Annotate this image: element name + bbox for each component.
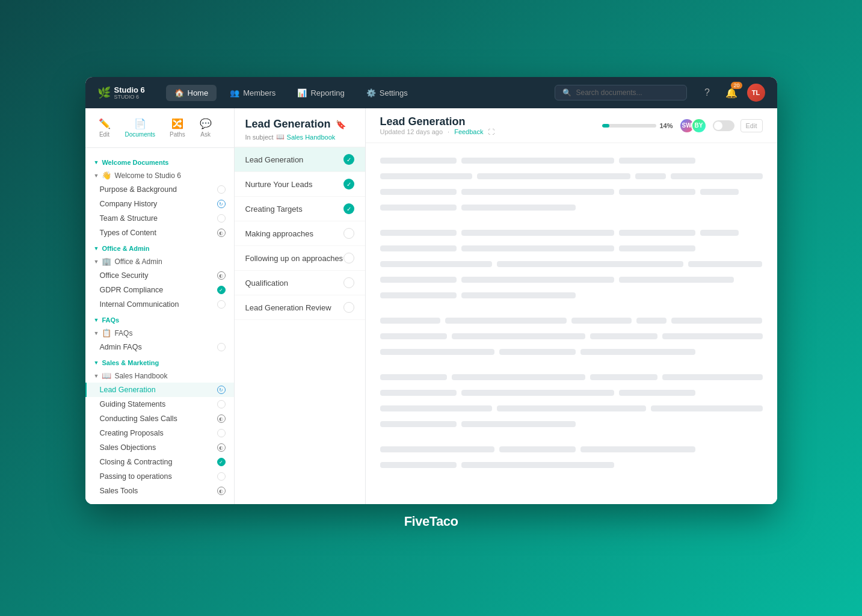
group-sales-handbook[interactable]: ▼ 📖 Sales Handbook <box>85 369 234 383</box>
path-item-making-approaches[interactable]: Making approaches <box>235 221 365 246</box>
page-header: Lead Generation 🔖 In subject 📖 Sales Han… <box>235 108 365 147</box>
skeleton-line <box>619 158 695 164</box>
sidebar-item-guiding[interactable]: Guiding Statements <box>85 397 234 411</box>
path-item-qualification[interactable]: Qualification <box>235 271 365 295</box>
help-button[interactable]: ? <box>699 84 716 101</box>
edit-button[interactable]: Edit <box>740 119 763 132</box>
updated-text: Updated 12 days ago <box>380 128 443 135</box>
nav-home[interactable]: 🏠 Home <box>166 85 217 101</box>
status-empty4-icon <box>217 343 226 351</box>
sidebar-item-purpose[interactable]: Purpose & Background <box>85 182 234 197</box>
skeleton-line <box>452 374 586 380</box>
sidebar-item-history[interactable]: Company History ↻ <box>85 197 234 211</box>
sidebar-content: ▼ Welcome Documents ▼ 👋 Welcome to Studi… <box>85 148 234 504</box>
sidebar-item-proposals[interactable]: Creating Proposals <box>85 426 234 440</box>
skeleton-line <box>461 230 614 236</box>
notifications-button[interactable]: 🔔 20 <box>723 84 740 101</box>
skeleton-line <box>461 205 576 211</box>
skeleton-line <box>671 318 762 324</box>
skeleton-line <box>619 245 695 251</box>
group-office-admin[interactable]: ▼ 🏢 Office & Admin <box>85 254 234 268</box>
progress-wrap: 14% <box>602 122 673 129</box>
skeleton-line <box>380 390 457 396</box>
path-check-complete3: ✓ <box>343 203 354 214</box>
tool-documents-label: Documents <box>125 131 156 138</box>
bookmark-icon[interactable]: 🔖 <box>336 120 346 129</box>
skeleton-line <box>662 333 763 339</box>
sidebar-item-internal-comm[interactable]: Internal Communication <box>85 297 234 312</box>
skeleton-block-5 <box>380 446 763 473</box>
skeleton-line <box>380 277 457 283</box>
tool-documents[interactable]: 📄 Documents <box>119 114 162 141</box>
skeleton-line <box>590 374 657 380</box>
path-item-creating-targets[interactable]: Creating Targets ✓ <box>235 197 365 221</box>
skeleton-block-3 <box>380 318 763 360</box>
path-item-nurture[interactable]: Nurture Your Leads ✓ <box>235 172 365 197</box>
status-half2-icon: ◐ <box>217 271 226 280</box>
skeleton-line <box>380 205 457 211</box>
app-logo: 🌿 Studio 6 STUDIO 6 <box>97 85 152 100</box>
skeleton-line <box>380 421 457 427</box>
skeleton-line <box>380 245 457 251</box>
sidebar-item-sales-calls[interactable]: Conducting Sales Calls ◐ <box>85 411 234 426</box>
skeleton-line <box>380 292 457 298</box>
sidebar-item-gdpr[interactable]: GDPR Compliance ✓ <box>85 283 234 297</box>
user-avatar[interactable]: TL <box>747 84 765 102</box>
search-input[interactable] <box>576 88 679 97</box>
feedback-link[interactable]: Feedback <box>454 128 483 135</box>
nav-reporting[interactable]: 📊 Reporting <box>289 85 352 101</box>
sidebar-item-lead-gen[interactable]: Lead Generation ↻ <box>85 383 234 397</box>
path-check-complete: ✓ <box>343 154 354 165</box>
skeleton-line <box>380 158 457 164</box>
path-item-lead-gen[interactable]: Lead Generation ✓ <box>235 147 365 172</box>
group-faqs[interactable]: ▼ 📋 FAQs <box>85 326 234 340</box>
section-sales: ▼ Sales & Marketing <box>85 354 234 369</box>
nav-settings[interactable]: ⚙️ Settings <box>358 85 416 101</box>
search-icon: 🔍 <box>562 88 571 97</box>
skeleton-line <box>671 173 763 179</box>
status-half3-icon: ◐ <box>217 414 226 423</box>
sidebar-item-content-types[interactable]: Types of Content ◐ <box>85 226 234 240</box>
contributors: SW BY <box>679 118 707 134</box>
skeleton-block-1 <box>380 158 763 215</box>
edit-toggle[interactable] <box>713 120 734 131</box>
middle-panel: Lead Generation 🔖 In subject 📖 Sales Han… <box>235 108 366 504</box>
group-welcome-studio6[interactable]: ▼ 👋 Welcome to Studio 6 <box>85 168 234 182</box>
skeleton-line <box>452 333 586 339</box>
expand-icon[interactable]: ⛶ <box>488 128 494 135</box>
skeleton-line <box>619 390 695 396</box>
section-faqs: ▼ FAQs <box>85 312 234 326</box>
nav-actions: ? 🔔 20 TL <box>699 84 765 102</box>
nav-settings-label: Settings <box>380 88 408 97</box>
skeleton-block-2 <box>380 230 763 303</box>
skeleton-line <box>662 374 763 380</box>
tool-paths[interactable]: 🔀 Paths <box>164 114 191 141</box>
sidebar-item-objections[interactable]: Sales Objections ◐ <box>85 440 234 455</box>
tool-edit[interactable]: ✏️ Edit <box>93 114 117 141</box>
sidebar-item-team[interactable]: Team & Structure <box>85 211 234 226</box>
subject-prefix: In subject <box>245 134 274 141</box>
skeleton-line <box>590 333 657 339</box>
nav-members-label: Members <box>243 88 276 97</box>
path-item-following-up[interactable]: Following up on approaches <box>235 246 365 271</box>
sidebar-item-passing[interactable]: Passing to operations <box>85 469 234 484</box>
path-item-review[interactable]: Lead Generation Review <box>235 295 365 320</box>
sidebar-item-office-security[interactable]: Office Security ◐ <box>85 268 234 283</box>
nav-members[interactable]: 👥 Members <box>221 85 284 101</box>
status-empty7-icon <box>217 472 226 481</box>
tool-ask-label: Ask <box>200 131 211 138</box>
logo-text: Studio 6 <box>114 85 145 94</box>
status-empty3-icon <box>217 300 226 309</box>
path-check-empty2 <box>343 253 354 263</box>
sidebar-item-sales-tools[interactable]: Sales Tools ◐ <box>85 484 234 498</box>
skeleton-line <box>461 462 614 468</box>
sidebar-item-closing[interactable]: Closing & Contracting ✓ <box>85 455 234 469</box>
subject-icon: 📖 <box>276 133 285 141</box>
tool-ask[interactable]: 💬 Ask <box>194 114 218 141</box>
skeleton-line <box>497 405 646 411</box>
status-active-icon: ↻ <box>217 386 226 394</box>
skeleton-line <box>380 349 495 355</box>
subject-link[interactable]: Sales Handbook <box>287 134 336 141</box>
top-nav: 🌿 Studio 6 STUDIO 6 🏠 Home 👥 Members 📊 R… <box>85 77 777 108</box>
sidebar-item-admin-faqs[interactable]: Admin FAQs <box>85 340 234 354</box>
